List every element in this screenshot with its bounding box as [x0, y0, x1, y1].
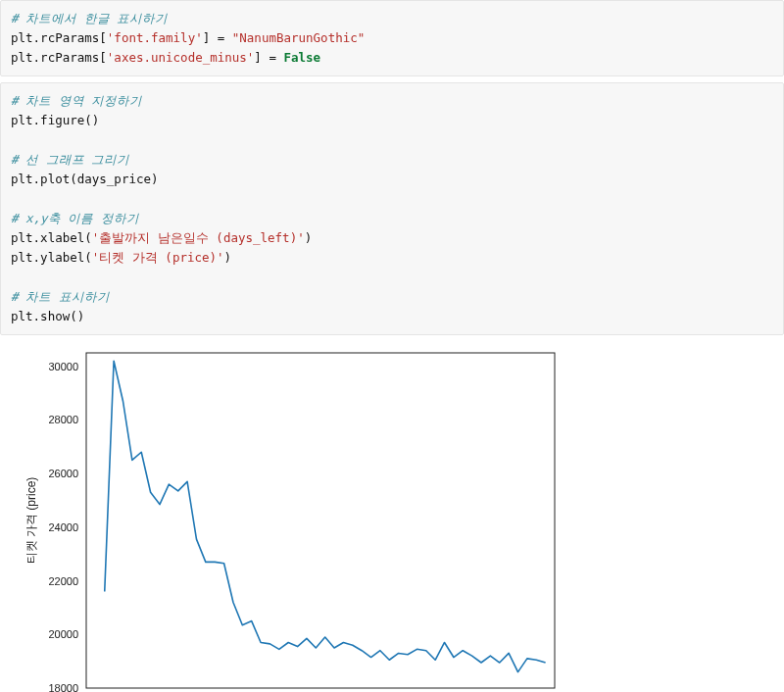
plot-frame: [86, 353, 555, 688]
svg-text:18000: 18000: [48, 682, 78, 692]
svg-text:22000: 22000: [48, 575, 78, 587]
code-string: '티켓 가격 (price)': [92, 250, 224, 265]
chart-svg: 01020304050 1800020000220002400026000280…: [20, 341, 568, 692]
code-token: ): [305, 230, 313, 245]
code-string: 'axes.unicode_minus': [107, 50, 255, 65]
line-chart: 01020304050 1800020000220002400026000280…: [20, 341, 568, 692]
svg-text:28000: 28000: [48, 414, 78, 425]
code-comment: # 차트 표시하기: [11, 289, 110, 304]
code-comment: # 선 그래프 그리기: [11, 152, 129, 167]
y-axis: 18000200002200024000260002800030000: [48, 361, 86, 692]
code-token: plt.xlabel(: [11, 230, 92, 245]
svg-text:20000: 20000: [48, 628, 78, 640]
code-block-2: # 차트 영역 지정하기 plt.figure() # 선 그래프 그리기 pl…: [0, 82, 784, 335]
code-string: '출발까지 남은일수 (days_left)': [92, 230, 305, 245]
svg-text:24000: 24000: [48, 521, 78, 533]
y-axis-label: 티켓 가격 (price): [24, 477, 38, 565]
svg-text:30000: 30000: [48, 361, 78, 372]
code-string: "NanumBarunGothic": [232, 30, 365, 45]
code-comment: # 차트에서 한글 표시하기: [11, 11, 168, 25]
code-token: plt.ylabel(: [11, 250, 92, 265]
code-token: plt: [11, 30, 33, 45]
code-token: ] =: [254, 50, 283, 65]
code-keyword: False: [283, 50, 320, 65]
code-block-1: # 차트에서 한글 표시하기 plt.rcParams['font.family…: [0, 0, 784, 76]
code-token: .rcParams[: [33, 30, 107, 45]
code-line: plt.figure(): [11, 113, 99, 127]
code-token: plt: [11, 50, 33, 65]
code-line: plt.plot(days_price): [11, 172, 159, 186]
code-comment: # 차트 영역 지정하기: [11, 93, 142, 108]
svg-text:26000: 26000: [48, 468, 78, 479]
code-token: .rcParams[: [33, 50, 107, 65]
data-series-line: [105, 361, 546, 671]
code-line: plt.show(): [11, 309, 84, 323]
code-token: ] =: [203, 30, 232, 45]
x-axis: 01020304050: [92, 688, 561, 692]
code-string: 'font.family': [107, 30, 203, 45]
code-comment: # x,y축 이름 정하기: [11, 211, 139, 225]
code-token: ): [224, 250, 232, 265]
